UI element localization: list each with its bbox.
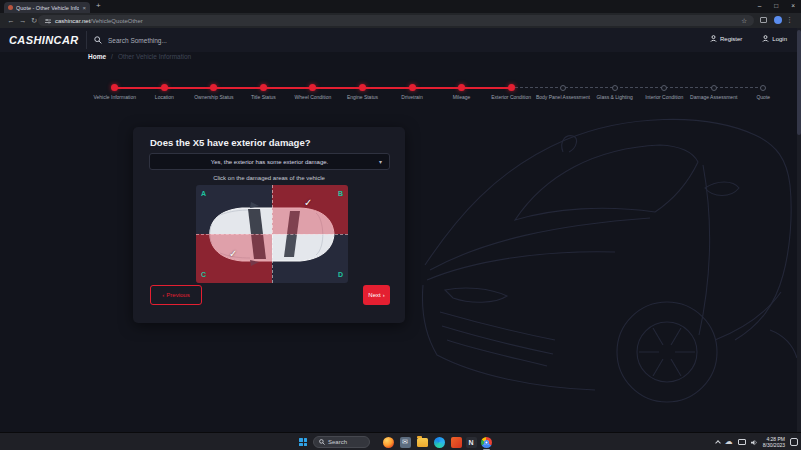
step-dot — [508, 84, 515, 91]
url-text: cashincar.net/VehicleQuoteOther — [55, 18, 143, 24]
volume-icon[interactable] — [751, 439, 758, 446]
stepper-step-drivetrain[interactable]: Drivetrain — [387, 80, 437, 102]
quadrant-label-b: B — [338, 190, 343, 197]
profile-avatar[interactable] — [774, 16, 782, 24]
stepper-step-exterior-condition[interactable]: Exterior Condition — [486, 80, 536, 102]
person-icon — [762, 35, 769, 42]
window-close-icon[interactable]: × — [791, 2, 795, 9]
stepper-step-vehicle-information[interactable]: Vehicle Information — [90, 80, 140, 102]
next-arrow-icon: › — [383, 292, 385, 298]
start-button[interactable] — [299, 438, 307, 446]
window-maximize-icon[interactable]: □ — [774, 2, 778, 9]
stepper-step-quote[interactable]: Quote — [738, 80, 788, 102]
stepper-step-damage-assessment[interactable]: Damage Assessment — [689, 80, 739, 102]
step-dot — [111, 84, 118, 91]
refresh-icon[interactable]: ↻ — [31, 16, 37, 25]
app-icon[interactable] — [450, 436, 462, 448]
dropdown-value: Yes, the exterior has some exterior dama… — [211, 159, 329, 165]
tab-favicon-icon — [8, 5, 13, 10]
onedrive-cloud-icon[interactable]: ☁ — [725, 438, 733, 446]
browser-tab[interactable]: Quote - Other Vehicle Informati × — [4, 2, 90, 13]
step-label: Glass & Lighting — [596, 94, 632, 100]
stepper-step-interior-condition[interactable]: Interior Condition — [639, 80, 689, 102]
previous-button[interactable]: ‹ Previous — [150, 285, 202, 305]
taskbar: Search ✉ N ☁ 4:28 PM 8/30/2023 — [0, 432, 801, 450]
clock-date: 8/30/2023 — [763, 442, 785, 449]
new-tab-button[interactable]: + — [96, 1, 101, 10]
stepper-step-engine-status[interactable]: Engine Status — [338, 80, 388, 102]
step-label: Damage Assessment — [690, 94, 737, 100]
breadcrumb-separator: / — [111, 53, 113, 60]
sidebar-icon[interactable] — [760, 17, 767, 23]
stepper-steps: Vehicle Information Location Ownership S… — [90, 80, 788, 102]
tab-close-icon[interactable]: × — [82, 5, 86, 11]
notepad-app-icon[interactable]: N — [465, 436, 477, 448]
site-logo[interactable]: CASHINCAR — [9, 34, 79, 46]
firefox-icon[interactable] — [382, 436, 394, 448]
system-tray: ☁ 4:28 PM 8/30/2023 — [716, 433, 798, 450]
notification-center-icon[interactable] — [790, 438, 798, 446]
step-label: Exterior Condition — [491, 94, 531, 100]
taskbar-clock[interactable]: 4:28 PM 8/30/2023 — [763, 436, 785, 449]
scrollbar-thumb[interactable] — [797, 30, 801, 135]
next-label: Next — [368, 292, 380, 298]
step-label: Wheel Condition — [295, 94, 332, 100]
stepper-step-wheel-condition[interactable]: Wheel Condition — [288, 80, 338, 102]
step-dot — [210, 84, 217, 91]
browser-menu-icon[interactable]: ⋮ — [786, 16, 793, 24]
stepper-step-mileage[interactable]: Mileage — [437, 80, 487, 102]
window-controls: – □ × — [758, 0, 795, 9]
step-dot — [359, 84, 366, 91]
question-title: Does the X5 have exterior damage? — [150, 137, 311, 148]
window-minimize-icon[interactable]: – — [758, 2, 762, 9]
stepper-step-title-status[interactable]: Title Status — [239, 80, 289, 102]
chrome-icon[interactable] — [480, 436, 492, 448]
previous-arrow-icon: ‹ — [162, 292, 164, 298]
display-icon[interactable] — [738, 439, 746, 445]
login-button[interactable]: Login — [762, 35, 787, 42]
url-path: /VehicleQuoteOther — [90, 18, 142, 24]
back-icon[interactable]: ← — [7, 16, 15, 25]
progress-stepper: Vehicle Information Location Ownership S… — [90, 80, 788, 102]
url-bar[interactable]: cashincar.net/VehicleQuoteOther ☆ — [38, 15, 754, 26]
step-label: Engine Status — [347, 94, 378, 100]
forward-icon[interactable]: → — [19, 16, 27, 25]
site-info-icon[interactable] — [45, 18, 51, 24]
stepper-step-location[interactable]: Location — [140, 80, 190, 102]
breadcrumb-home-link[interactable]: Home — [88, 53, 106, 60]
file-explorer-icon[interactable] — [416, 436, 428, 448]
step-label: Ownership Status — [194, 94, 233, 100]
step-dot — [458, 84, 465, 91]
login-label: Login — [772, 36, 787, 42]
previous-label: Previous — [166, 292, 189, 298]
site-header: CASHINCAR Search Something... Register — [0, 28, 801, 52]
step-dot — [661, 85, 667, 91]
edge-browser-icon[interactable] — [433, 436, 445, 448]
next-button[interactable]: Next › — [363, 285, 390, 305]
tray-chevron-up-icon[interactable] — [715, 440, 721, 446]
header-actions: Register Login — [710, 35, 787, 42]
header-divider — [86, 31, 87, 49]
browser-tab-bar: Quote - Other Vehicle Informati × + – □ … — [0, 0, 801, 13]
taskbar-search[interactable]: Search — [313, 436, 370, 448]
bookmark-star-icon[interactable]: ☆ — [741, 17, 747, 25]
site-search-input[interactable]: Search Something... — [94, 34, 167, 46]
screen: Quote - Other Vehicle Informati × + – □ … — [0, 0, 801, 450]
step-label: Drivetrain — [401, 94, 422, 100]
browser-address-bar: ← → ↻ cashincar.net/VehicleQuoteOther ☆ … — [0, 13, 801, 28]
damage-answer-dropdown[interactable]: Yes, the exterior has some exterior dama… — [149, 153, 390, 170]
mail-icon[interactable]: ✉ — [399, 436, 411, 448]
step-dot — [409, 84, 416, 91]
stepper-step-ownership-status[interactable]: Ownership Status — [189, 80, 239, 102]
step-label: Interior Condition — [645, 94, 683, 100]
breadcrumb-current: Other Vehicle Information — [118, 53, 191, 60]
exterior-damage-card: Does the X5 have exterior damage? Yes, t… — [133, 127, 405, 323]
stepper-step-glass-lighting[interactable]: Glass & Lighting — [590, 80, 640, 102]
stepper-step-body-panel-assessment[interactable]: Body Panel Assessment — [536, 80, 590, 102]
register-button[interactable]: Register — [710, 35, 742, 42]
step-dot — [161, 84, 168, 91]
quadrant-label-d: D — [338, 271, 343, 278]
quadrant-label-a: A — [201, 190, 206, 197]
check-icon: ✓ — [304, 197, 312, 208]
search-icon — [94, 36, 102, 44]
